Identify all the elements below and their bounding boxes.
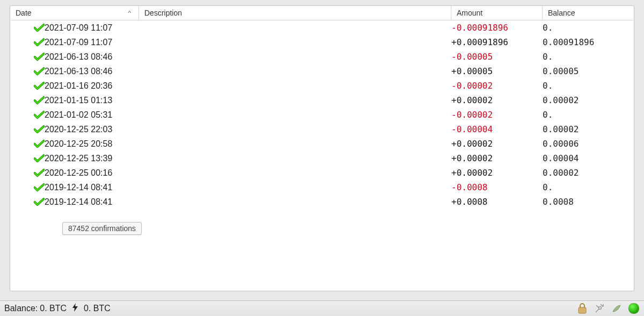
cell-date: 2021-06-13 08:46 [45, 52, 150, 62]
column-label: Description [144, 9, 182, 17]
confirmed-icon [34, 198, 45, 206]
cell-balance: 0.00091896 [543, 37, 634, 47]
network-status-icon[interactable] [628, 303, 640, 314]
confirmed-icon [34, 140, 45, 148]
confirmed-icon [34, 67, 45, 76]
transaction-row[interactable]: 2019-12-14 08:41+0.00080.0008 [10, 195, 634, 209]
cell-balance: 0.0008 [543, 197, 634, 207]
cell-amount: +0.00002 [451, 153, 543, 163]
confirmed-icon [34, 53, 45, 61]
cell-amount: +0.0008 [451, 197, 543, 207]
cell-date: 2021-07-09 11:07 [45, 23, 150, 33]
cell-balance: 0.00002 [543, 95, 634, 105]
transaction-row[interactable]: 2021-01-02 05:31-0.000020. [10, 107, 634, 122]
transactions-panel: Date ^ Description Amount Balance 2021-0… [10, 5, 634, 291]
cell-date: 2020-12-25 13:39 [45, 154, 150, 163]
tools-icon[interactable] [594, 303, 605, 314]
confirmed-icon [34, 24, 45, 32]
cell-amount: +0.00002 [451, 95, 543, 105]
cell-date: 2019-12-14 08:41 [45, 183, 150, 192]
cell-date: 2021-01-02 05:31 [45, 110, 150, 120]
transaction-row[interactable]: 2019-12-14 08:41-0.00080. [10, 180, 634, 195]
transaction-row[interactable]: 2020-12-25 00:16+0.000020.00002 [10, 166, 634, 180]
cell-amount: -0.00005 [451, 52, 543, 62]
column-label: Date [16, 9, 32, 17]
transaction-row[interactable]: 2021-07-09 11:07-0.000918960. [10, 20, 634, 35]
confirmed-icon [34, 125, 45, 134]
cell-date: 2021-07-09 11:07 [45, 38, 150, 47]
transaction-row[interactable]: 2021-06-13 08:46-0.000050. [10, 49, 634, 64]
lightning-icon [72, 303, 78, 314]
cell-balance: 0.00005 [543, 66, 634, 76]
cell-date: 2021-01-15 01:13 [45, 96, 150, 105]
cell-date: 2019-12-14 08:41 [45, 197, 150, 207]
cell-balance: 0. [543, 52, 634, 62]
transaction-row[interactable]: 2021-06-13 08:46+0.000050.00005 [10, 64, 634, 78]
cell-balance: 0. [543, 182, 634, 192]
status-bar-right [576, 303, 640, 314]
seed-icon[interactable] [611, 303, 623, 314]
lightning-balance: 0. BTC [84, 304, 111, 313]
transaction-row[interactable]: 2021-07-09 11:07+0.000918960.00091896 [10, 35, 634, 49]
column-label: Amount [457, 9, 482, 17]
transaction-row[interactable]: 2020-12-25 22:03-0.000040.00002 [10, 122, 634, 137]
status-bar: Balance: 0. BTC 0. BTC [0, 300, 644, 316]
transaction-row[interactable]: 2020-12-25 13:39+0.000020.00004 [10, 151, 634, 166]
column-header-amount[interactable]: Amount [451, 6, 543, 20]
cell-date: 2021-06-13 08:46 [45, 67, 150, 76]
confirmed-icon [34, 183, 45, 192]
confirmations-tooltip: 87452 confirmations [62, 222, 142, 235]
confirmed-icon [34, 82, 45, 90]
cell-balance: 0.00002 [543, 124, 634, 134]
cell-date: 2020-12-25 20:58 [45, 139, 150, 149]
cell-date: 2021-01-16 20:36 [45, 81, 150, 91]
cell-balance: 0. [543, 110, 634, 120]
cell-balance: 0.00006 [543, 139, 634, 149]
confirmed-icon [34, 96, 45, 105]
transaction-rows: 2021-07-09 11:07-0.000918960.2021-07-09 … [10, 20, 634, 291]
cell-balance: 0.00004 [543, 153, 634, 163]
svg-rect-0 [579, 307, 586, 313]
svg-point-1 [599, 307, 602, 310]
confirmed-icon [34, 38, 45, 47]
cell-balance: 0. [543, 23, 634, 33]
sort-ascending-icon: ^ [128, 10, 131, 16]
cell-amount: +0.00005 [451, 66, 543, 76]
transaction-row[interactable]: 2021-01-15 01:13+0.000020.00002 [10, 93, 634, 107]
confirmed-icon [34, 169, 45, 177]
cell-balance: 0.00002 [543, 168, 634, 178]
cell-amount: -0.00004 [451, 124, 543, 134]
cell-amount: -0.00002 [451, 81, 543, 91]
column-header-date[interactable]: Date ^ [10, 6, 139, 20]
cell-balance: 0. [543, 81, 634, 91]
cell-amount: -0.00091896 [451, 23, 543, 33]
cell-amount: +0.00002 [451, 139, 543, 149]
balance-value: 0. BTC [40, 304, 67, 313]
cell-date: 2020-12-25 00:16 [45, 168, 150, 178]
cell-amount: +0.00091896 [451, 37, 543, 47]
column-header-description[interactable]: Description [139, 6, 451, 20]
transaction-row[interactable]: 2020-12-25 20:58+0.000020.00006 [10, 137, 634, 151]
column-label: Balance [548, 9, 575, 17]
cell-date: 2020-12-25 22:03 [45, 125, 150, 134]
transaction-row[interactable]: 2021-01-16 20:36-0.000020. [10, 78, 634, 93]
balance-label: Balance: [4, 304, 38, 313]
cell-amount: +0.00002 [451, 168, 543, 178]
confirmed-icon [34, 111, 45, 119]
tooltip-text: 87452 confirmations [68, 224, 136, 233]
cell-amount: -0.00002 [451, 110, 543, 120]
confirmed-icon [34, 154, 45, 163]
column-header-balance[interactable]: Balance [543, 6, 634, 20]
column-header-row: Date ^ Description Amount Balance [10, 6, 634, 20]
lock-icon[interactable] [576, 303, 588, 314]
cell-amount: -0.0008 [451, 182, 543, 192]
